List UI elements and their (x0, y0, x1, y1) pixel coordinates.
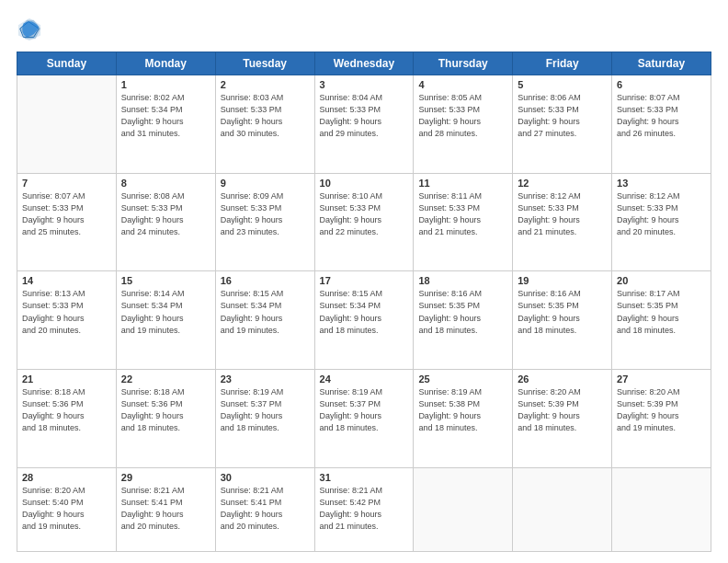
day-detail: Sunrise: 8:09 AM Sunset: 5:33 PM Dayligh… (221, 190, 310, 238)
day-detail: Sunrise: 8:02 AM Sunset: 5:34 PM Dayligh… (121, 92, 210, 140)
day-number: 21 (22, 373, 111, 385)
day-detail: Sunrise: 8:12 AM Sunset: 5:33 PM Dayligh… (518, 190, 607, 238)
day-number: 11 (418, 178, 507, 189)
day-number: 3 (320, 79, 409, 90)
day-number: 30 (221, 472, 310, 483)
day-detail: Sunrise: 8:07 AM Sunset: 5:33 PM Dayligh… (617, 92, 706, 140)
calendar-cell: 15Sunrise: 8:14 AM Sunset: 5:34 PM Dayli… (116, 271, 215, 370)
day-detail: Sunrise: 8:03 AM Sunset: 5:33 PM Dayligh… (221, 92, 310, 140)
day-detail: Sunrise: 8:20 AM Sunset: 5:40 PM Dayligh… (22, 485, 111, 533)
day-detail: Sunrise: 8:11 AM Sunset: 5:33 PM Dayligh… (418, 190, 507, 238)
day-number: 24 (320, 373, 409, 385)
day-number: 10 (320, 178, 409, 189)
day-number: 1 (121, 79, 210, 90)
day-number: 22 (121, 373, 210, 385)
calendar-cell: 19Sunrise: 8:16 AM Sunset: 5:35 PM Dayli… (513, 271, 612, 370)
day-number: 14 (22, 275, 111, 286)
calendar-cell: 13Sunrise: 8:12 AM Sunset: 5:33 PM Dayli… (612, 173, 711, 271)
calendar-cell: 22Sunrise: 8:18 AM Sunset: 5:36 PM Dayli… (116, 370, 215, 468)
day-detail: Sunrise: 8:19 AM Sunset: 5:38 PM Dayligh… (418, 386, 507, 434)
calendar-cell: 12Sunrise: 8:12 AM Sunset: 5:33 PM Dayli… (513, 173, 612, 271)
day-number: 25 (418, 373, 507, 385)
calendar-cell: 5Sunrise: 8:06 AM Sunset: 5:33 PM Daylig… (513, 75, 612, 174)
day-detail: Sunrise: 8:07 AM Sunset: 5:33 PM Dayligh… (22, 190, 111, 238)
day-number: 19 (518, 275, 607, 286)
day-detail: Sunrise: 8:04 AM Sunset: 5:33 PM Dayligh… (320, 92, 409, 140)
logo (17, 17, 46, 42)
weekday-header-tuesday: Tuesday (215, 52, 314, 75)
day-detail: Sunrise: 8:21 AM Sunset: 5:41 PM Dayligh… (121, 485, 210, 533)
day-detail: Sunrise: 8:19 AM Sunset: 5:37 PM Dayligh… (221, 386, 310, 434)
calendar-cell: 23Sunrise: 8:19 AM Sunset: 5:37 PM Dayli… (215, 370, 314, 468)
day-number: 17 (320, 275, 409, 286)
day-number: 20 (617, 275, 706, 286)
day-number: 5 (518, 79, 607, 90)
weekday-header-monday: Monday (116, 52, 215, 75)
day-number: 12 (518, 178, 607, 189)
calendar-cell: 20Sunrise: 8:17 AM Sunset: 5:35 PM Dayli… (612, 271, 711, 370)
calendar-cell: 1Sunrise: 8:02 AM Sunset: 5:34 PM Daylig… (116, 75, 215, 174)
day-detail: Sunrise: 8:10 AM Sunset: 5:33 PM Dayligh… (320, 190, 409, 238)
day-number: 23 (221, 373, 310, 385)
day-detail: Sunrise: 8:19 AM Sunset: 5:37 PM Dayligh… (320, 386, 409, 434)
calendar-week-row: 21Sunrise: 8:18 AM Sunset: 5:36 PM Dayli… (17, 370, 711, 468)
day-number: 16 (221, 275, 310, 286)
calendar-cell (17, 75, 117, 174)
calendar-cell: 4Sunrise: 8:05 AM Sunset: 5:33 PM Daylig… (414, 75, 513, 174)
calendar-cell: 9Sunrise: 8:09 AM Sunset: 5:33 PM Daylig… (215, 173, 314, 271)
page: SundayMondayTuesdayWednesdayThursdayFrid… (0, 0, 728, 563)
calendar-cell: 8Sunrise: 8:08 AM Sunset: 5:33 PM Daylig… (116, 173, 215, 271)
day-detail: Sunrise: 8:17 AM Sunset: 5:35 PM Dayligh… (617, 288, 706, 336)
calendar-cell: 3Sunrise: 8:04 AM Sunset: 5:33 PM Daylig… (314, 75, 414, 174)
calendar-cell: 30Sunrise: 8:21 AM Sunset: 5:41 PM Dayli… (215, 467, 314, 551)
weekday-header-friday: Friday (513, 52, 612, 75)
day-number: 13 (617, 178, 706, 189)
calendar-cell: 24Sunrise: 8:19 AM Sunset: 5:37 PM Dayli… (314, 370, 414, 468)
calendar-cell: 26Sunrise: 8:20 AM Sunset: 5:39 PM Dayli… (513, 370, 612, 468)
weekday-header-sunday: Sunday (17, 52, 117, 75)
day-number: 18 (418, 275, 507, 286)
calendar-cell: 6Sunrise: 8:07 AM Sunset: 5:33 PM Daylig… (612, 75, 711, 174)
day-detail: Sunrise: 8:12 AM Sunset: 5:33 PM Dayligh… (617, 190, 706, 238)
day-detail: Sunrise: 8:16 AM Sunset: 5:35 PM Dayligh… (418, 288, 507, 336)
day-detail: Sunrise: 8:13 AM Sunset: 5:33 PM Dayligh… (22, 288, 111, 336)
calendar-week-row: 1Sunrise: 8:02 AM Sunset: 5:34 PM Daylig… (17, 75, 711, 174)
calendar-week-row: 14Sunrise: 8:13 AM Sunset: 5:33 PM Dayli… (17, 271, 711, 370)
day-number: 7 (22, 178, 111, 189)
day-number: 4 (418, 79, 507, 90)
day-detail: Sunrise: 8:08 AM Sunset: 5:33 PM Dayligh… (121, 190, 210, 238)
day-detail: Sunrise: 8:20 AM Sunset: 5:39 PM Dayligh… (518, 386, 607, 434)
calendar-cell (513, 467, 612, 551)
calendar-week-row: 28Sunrise: 8:20 AM Sunset: 5:40 PM Dayli… (17, 467, 711, 551)
day-number: 15 (121, 275, 210, 286)
calendar-cell: 7Sunrise: 8:07 AM Sunset: 5:33 PM Daylig… (17, 173, 117, 271)
calendar-cell: 21Sunrise: 8:18 AM Sunset: 5:36 PM Dayli… (17, 370, 117, 468)
day-detail: Sunrise: 8:15 AM Sunset: 5:34 PM Dayligh… (221, 288, 310, 336)
header (17, 17, 711, 42)
day-number: 2 (221, 79, 310, 90)
weekday-header-saturday: Saturday (612, 52, 711, 75)
calendar-cell: 17Sunrise: 8:15 AM Sunset: 5:34 PM Dayli… (314, 271, 414, 370)
day-number: 31 (320, 472, 409, 483)
calendar-cell: 2Sunrise: 8:03 AM Sunset: 5:33 PM Daylig… (215, 75, 314, 174)
calendar-cell: 25Sunrise: 8:19 AM Sunset: 5:38 PM Dayli… (414, 370, 513, 468)
calendar-cell: 11Sunrise: 8:11 AM Sunset: 5:33 PM Dayli… (414, 173, 513, 271)
calendar-cell (414, 467, 513, 551)
calendar-table: SundayMondayTuesdayWednesdayThursdayFrid… (17, 52, 711, 552)
logo-icon (17, 17, 42, 42)
day-number: 27 (617, 373, 706, 385)
calendar-cell: 29Sunrise: 8:21 AM Sunset: 5:41 PM Dayli… (116, 467, 215, 551)
day-detail: Sunrise: 8:14 AM Sunset: 5:34 PM Dayligh… (121, 288, 210, 336)
day-detail: Sunrise: 8:21 AM Sunset: 5:42 PM Dayligh… (320, 485, 409, 533)
weekday-header-wednesday: Wednesday (314, 52, 414, 75)
day-detail: Sunrise: 8:18 AM Sunset: 5:36 PM Dayligh… (121, 386, 210, 434)
calendar-cell (612, 467, 711, 551)
day-detail: Sunrise: 8:20 AM Sunset: 5:39 PM Dayligh… (617, 386, 706, 434)
day-number: 9 (221, 178, 310, 189)
day-detail: Sunrise: 8:06 AM Sunset: 5:33 PM Dayligh… (518, 92, 607, 140)
calendar-cell: 31Sunrise: 8:21 AM Sunset: 5:42 PM Dayli… (314, 467, 414, 551)
day-detail: Sunrise: 8:15 AM Sunset: 5:34 PM Dayligh… (320, 288, 409, 336)
calendar-cell: 10Sunrise: 8:10 AM Sunset: 5:33 PM Dayli… (314, 173, 414, 271)
calendar-week-row: 7Sunrise: 8:07 AM Sunset: 5:33 PM Daylig… (17, 173, 711, 271)
day-number: 6 (617, 79, 706, 90)
